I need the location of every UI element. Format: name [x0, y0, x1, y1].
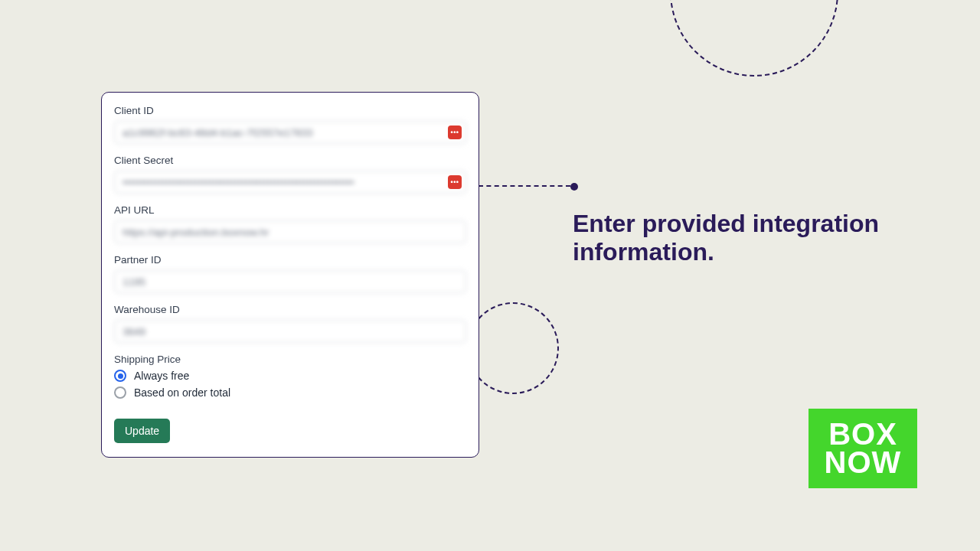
radio-row-always-free[interactable]: Always free: [114, 370, 466, 382]
radio-based-on-total[interactable]: [114, 386, 126, 399]
client-secret-input-wrap: •••: [114, 171, 466, 194]
integration-form-card: Client ID ••• Client Secret ••• API URL …: [101, 92, 479, 458]
shipping-price-radio-group: Always free Based on order total: [114, 370, 466, 399]
api-url-label: API URL: [114, 204, 466, 216]
api-url-input-wrap: [114, 220, 466, 243]
radio-always-free-label: Always free: [134, 370, 189, 382]
radio-based-on-total-label: Based on order total: [134, 386, 230, 399]
api-url-input[interactable]: [114, 220, 466, 243]
password-manager-icon-glyph: •••: [451, 179, 459, 186]
radio-row-based-on-total[interactable]: Based on order total: [114, 386, 466, 399]
client-id-input[interactable]: [114, 121, 466, 144]
headline-text: Enter provided integration information.: [573, 210, 894, 266]
connector-line: [479, 185, 570, 187]
logo-line-2: NOW: [825, 448, 902, 477]
logo-line-1: BOX: [828, 420, 897, 448]
warehouse-id-input-wrap: [114, 320, 466, 343]
radio-always-free[interactable]: [114, 370, 126, 382]
password-manager-icon[interactable]: •••: [448, 175, 462, 189]
client-secret-input[interactable]: [114, 171, 466, 194]
partner-id-input-wrap: [114, 270, 466, 293]
client-id-input-wrap: •••: [114, 121, 466, 144]
warehouse-id-input[interactable]: [114, 320, 466, 343]
boxnow-logo: BOX NOW: [808, 409, 917, 488]
decorative-circle-mid: [467, 302, 559, 394]
password-manager-icon[interactable]: •••: [448, 126, 462, 139]
shipping-price-label: Shipping Price: [114, 354, 466, 365]
partner-id-label: Partner ID: [114, 254, 466, 266]
client-id-label: Client ID: [114, 105, 466, 116]
warehouse-id-label: Warehouse ID: [114, 304, 466, 315]
password-manager-icon-glyph: •••: [451, 129, 459, 136]
partner-id-input[interactable]: [114, 270, 466, 293]
decorative-circle-top: [670, 0, 838, 77]
client-secret-label: Client Secret: [114, 155, 466, 166]
update-button[interactable]: Update: [114, 419, 170, 443]
